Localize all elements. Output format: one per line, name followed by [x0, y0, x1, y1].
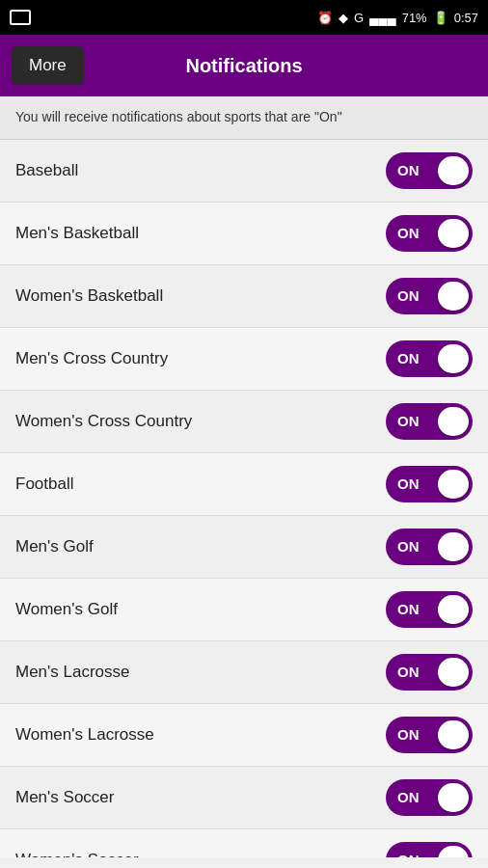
carrier-label: G [354, 11, 364, 25]
toggle-switch[interactable]: ON [386, 842, 473, 857]
toggle-knob [438, 658, 469, 687]
toggle-knob [438, 720, 469, 749]
page-title: Notifications [185, 55, 302, 77]
toggle-label: ON [397, 726, 420, 743]
sport-name: Women's Basketball [15, 286, 163, 306]
sport-name: Men's Lacrosse [15, 663, 130, 682]
list-item: Women's BasketballON [0, 265, 488, 328]
list-item: Men's LacrosseON [0, 641, 488, 704]
toggle-switch[interactable]: ON [386, 215, 473, 252]
toggle-switch[interactable]: ON [386, 278, 473, 314]
sports-list: BaseballONMen's BasketballONWomen's Bask… [0, 140, 488, 857]
list-item: Men's BasketballON [0, 203, 488, 265]
toggle-label: ON [397, 664, 420, 680]
info-banner: You will receive notifications about spo… [0, 96, 488, 140]
screen-icon [10, 10, 31, 25]
toggle-label: ON [397, 162, 420, 178]
toggle-switch[interactable]: ON [386, 403, 473, 440]
toggle-knob [438, 783, 469, 812]
toggle-label: ON [397, 852, 420, 857]
toggle-label: ON [397, 475, 420, 492]
list-item: FootballON [0, 453, 488, 516]
sport-name: Women's Cross Country [15, 412, 192, 431]
sport-name: Men's Soccer [15, 788, 114, 807]
battery-icon: 🔋 [433, 11, 448, 25]
toggle-label: ON [397, 601, 420, 617]
sport-name: Women's Golf [15, 600, 118, 619]
toggle-label: ON [397, 287, 420, 304]
toggle-knob [438, 595, 469, 624]
toggle-switch[interactable]: ON [386, 654, 473, 691]
list-item: Men's GolfON [0, 516, 488, 579]
toggle-knob [438, 532, 469, 561]
toggle-label: ON [397, 225, 420, 241]
list-item: Men's SoccerON [0, 767, 488, 829]
sport-name: Men's Golf [15, 537, 94, 556]
toggle-knob [438, 219, 469, 248]
list-item: Women's GolfON [0, 579, 488, 641]
alarm-icon: ⏰ [317, 11, 333, 25]
toggle-knob [438, 344, 469, 373]
info-text: You will receive notifications about spo… [15, 109, 342, 124]
battery-percent: 71% [402, 11, 427, 25]
toggle-label: ON [397, 350, 420, 366]
status-bar: ⏰ ◆ G ▄▄▄ 71% 🔋 0:57 [0, 0, 488, 35]
toggle-knob [438, 407, 469, 436]
sport-name: Men's Cross Country [15, 349, 168, 368]
signal-bars: ▄▄▄ [369, 11, 396, 25]
toggle-switch[interactable]: ON [386, 779, 473, 816]
toggle-knob [438, 282, 469, 311]
list-item: BaseballON [0, 140, 488, 203]
sport-name: Baseball [15, 161, 78, 180]
sport-name: Men's Basketball [15, 224, 139, 243]
toggle-knob [438, 846, 469, 857]
list-item: Women's LacrosseON [0, 704, 488, 767]
list-item: Women's Cross CountryON [0, 391, 488, 453]
more-button[interactable]: More [12, 46, 84, 85]
toggle-switch[interactable]: ON [386, 591, 473, 628]
list-item: Men's Cross CountryON [0, 328, 488, 391]
toggle-switch[interactable]: ON [386, 152, 473, 189]
status-left [10, 10, 31, 25]
toggle-knob [438, 470, 469, 499]
toggle-switch[interactable]: ON [386, 529, 473, 565]
toggle-label: ON [397, 413, 420, 429]
status-right: ⏰ ◆ G ▄▄▄ 71% 🔋 0:57 [317, 11, 478, 25]
list-item: Women's SoccerON [0, 829, 488, 857]
toggle-knob [438, 156, 469, 185]
sport-name: Women's Lacrosse [15, 725, 154, 745]
time-display: 0:57 [454, 11, 478, 25]
toggle-switch[interactable]: ON [386, 717, 473, 753]
toggle-label: ON [397, 538, 420, 555]
diamond-icon: ◆ [339, 11, 348, 25]
header: More Notifications [0, 35, 488, 96]
toggle-switch[interactable]: ON [386, 340, 473, 377]
toggle-switch[interactable]: ON [386, 466, 473, 502]
sport-name: Football [15, 475, 73, 494]
toggle-label: ON [397, 789, 420, 805]
sport-name: Women's Soccer [15, 851, 139, 857]
